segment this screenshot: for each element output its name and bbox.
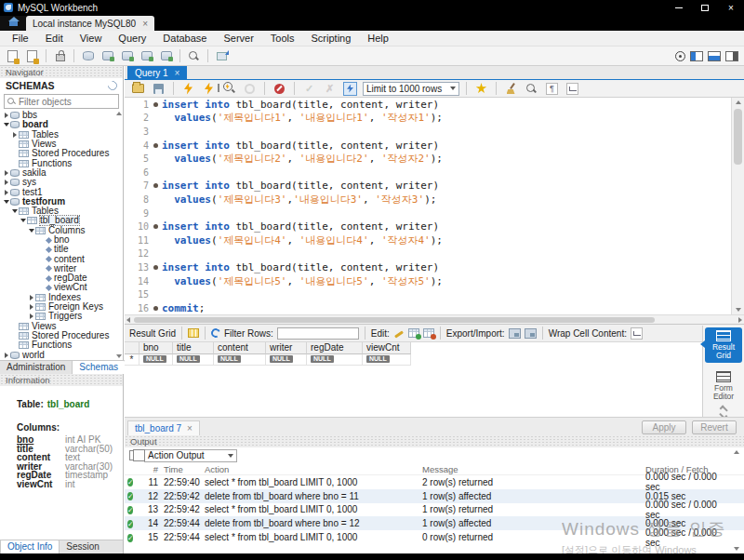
grid-view-icon[interactable] — [188, 328, 199, 338]
edit-record-icon[interactable] — [393, 327, 405, 339]
export-icon[interactable] — [509, 328, 521, 339]
open-inspector-icon[interactable] — [52, 49, 68, 63]
minimize-button[interactable] — [666, 0, 692, 15]
grid-header-bno[interactable]: bno — [140, 342, 173, 354]
delete-row-icon[interactable] — [423, 328, 434, 338]
chevron-right-icon[interactable] — [3, 353, 10, 358]
home-button[interactable] — [0, 16, 26, 31]
chevron-right-icon[interactable] — [3, 113, 10, 118]
tree-item-testforum[interactable]: testforum — [0, 197, 123, 207]
grid-cell-viewCnt[interactable]: NULL — [363, 354, 411, 367]
connection-tab[interactable]: Local instance MySQL80 × — [26, 16, 154, 31]
close-icon[interactable]: × — [175, 68, 180, 78]
tree-item-tables[interactable]: Tables — [0, 130, 123, 140]
new-function-icon[interactable] — [158, 49, 174, 63]
tab-session[interactable]: Session — [60, 540, 106, 553]
find-icon[interactable] — [524, 82, 539, 96]
tree-item-stored-procedures[interactable]: Stored Procedures — [0, 149, 123, 158]
scroll-up-icon[interactable] — [736, 100, 741, 104]
chevron-right-icon[interactable] — [11, 132, 19, 138]
chevron-down-icon[interactable] — [3, 200, 10, 204]
scrollbar-thumb[interactable] — [734, 109, 742, 165]
toggle-autocommit-icon[interactable] — [342, 82, 358, 96]
refresh-icon[interactable] — [210, 327, 222, 340]
scroll-right-icon[interactable] — [738, 317, 742, 323]
filter-objects-input[interactable] — [19, 97, 112, 107]
tree-item-bbs[interactable]: bbs — [0, 111, 123, 120]
grid-cell-content[interactable]: NULL — [214, 354, 266, 367]
save-script-icon[interactable] — [151, 82, 166, 96]
chevron-right-icon[interactable] — [3, 190, 10, 195]
grid-header-title[interactable]: title — [173, 342, 214, 354]
close-icon[interactable]: × — [142, 19, 148, 29]
grid-header-viewCnt[interactable]: viewCnt — [363, 342, 411, 354]
tree-item-functions[interactable]: Functions — [0, 158, 123, 167]
tab-tbl-board-result[interactable]: tbl_board 7 × — [127, 420, 200, 436]
import-icon[interactable] — [525, 328, 537, 339]
tree-item-sys[interactable]: sys — [0, 178, 123, 187]
output-row[interactable]: ✓1322:59:42select * from tbl_board LIMIT… — [125, 503, 744, 517]
save-snippet-icon[interactable] — [473, 82, 489, 96]
revert-button[interactable]: Revert — [692, 420, 737, 434]
menu-item-edit[interactable]: Edit — [37, 32, 72, 45]
col-action[interactable]: Action — [201, 464, 422, 474]
close-icon[interactable]: × — [187, 423, 193, 433]
execute-statement-icon[interactable] — [180, 82, 196, 96]
tab-administration[interactable]: Administration — [0, 361, 72, 374]
add-row-icon[interactable] — [408, 328, 419, 338]
new-procedure-icon[interactable] — [139, 49, 154, 63]
toggle-right-sidebar-icon[interactable] — [725, 51, 738, 61]
grid-header-writer[interactable]: writer — [266, 342, 307, 354]
chevron-right-icon[interactable] — [28, 313, 35, 319]
toggle-stop-on-error-icon[interactable] — [272, 82, 287, 96]
grid-cell-regDate[interactable]: NULL — [307, 354, 363, 367]
filter-rows-input[interactable] — [277, 327, 359, 340]
menu-item-help[interactable]: Help — [359, 32, 397, 45]
toggle-bottom-panel-icon[interactable] — [708, 51, 721, 61]
chevron-down-icon[interactable] — [20, 219, 27, 222]
tree-item-board[interactable]: board — [0, 120, 123, 129]
grid-cell-bno[interactable]: NULL — [140, 354, 173, 367]
grid-header-content[interactable]: content — [214, 342, 266, 354]
maximize-button[interactable] — [692, 0, 718, 15]
tab-form-editor[interactable]: Form Editor — [705, 368, 742, 404]
new-sql-tab-icon[interactable] — [5, 49, 20, 63]
col-number[interactable]: # — [140, 464, 158, 474]
col-message[interactable]: Message — [422, 464, 645, 474]
limit-rows-dropdown[interactable]: Limit to 1000 rows — [363, 82, 459, 96]
wrap-text-icon[interactable] — [565, 82, 580, 96]
output-type-dropdown[interactable]: Action Output — [144, 449, 237, 462]
wrap-cell-icon[interactable] — [631, 327, 643, 340]
menu-item-file[interactable]: File — [4, 32, 37, 45]
tree-item-world[interactable]: world — [0, 350, 123, 359]
scrollbar-thumb[interactable] — [134, 317, 655, 323]
grid-data-row[interactable]: *NULLNULLNULLNULLNULLNULL — [125, 354, 702, 367]
grid-header-regDate[interactable]: regDate — [307, 342, 363, 354]
open-script-icon[interactable] — [130, 82, 146, 96]
tree-item-functions[interactable]: Functions — [0, 340, 123, 350]
chevron-right-icon[interactable] — [3, 180, 10, 185]
refresh-schemas-icon[interactable] — [106, 79, 119, 92]
execute-current-statement-icon[interactable] — [201, 82, 217, 96]
tree-item-title[interactable]: title — [0, 245, 123, 254]
beautify-sql-icon[interactable] — [503, 82, 519, 96]
scroll-left-icon[interactable] — [126, 317, 130, 323]
tab-object-info[interactable]: Object Info — [0, 540, 60, 553]
new-view-icon[interactable] — [119, 49, 135, 63]
editor-vertical-scrollbar[interactable] — [731, 98, 744, 314]
chevron-right-icon[interactable] — [3, 170, 10, 176]
scroll-down-icon[interactable] — [116, 354, 122, 358]
chevron-down-icon[interactable] — [28, 229, 35, 233]
menu-item-query[interactable]: Query — [110, 32, 154, 45]
explain-statement-icon[interactable] — [221, 82, 237, 96]
output-row[interactable]: ✓1122:59:40select * from tbl_board LIMIT… — [125, 475, 744, 489]
search-table-data-icon[interactable] — [186, 49, 202, 63]
tab-schemas[interactable]: Schemas — [72, 360, 126, 374]
tree-item-triggers[interactable]: Triggers — [0, 312, 123, 321]
menu-item-server[interactable]: Server — [215, 32, 261, 45]
grid-cell-title[interactable]: NULL — [173, 354, 214, 367]
toggle-left-sidebar-icon[interactable] — [690, 51, 703, 61]
chevron-right-icon[interactable] — [28, 295, 35, 300]
open-sql-script-icon[interactable] — [24, 49, 40, 63]
menu-item-database[interactable]: Database — [154, 32, 215, 45]
